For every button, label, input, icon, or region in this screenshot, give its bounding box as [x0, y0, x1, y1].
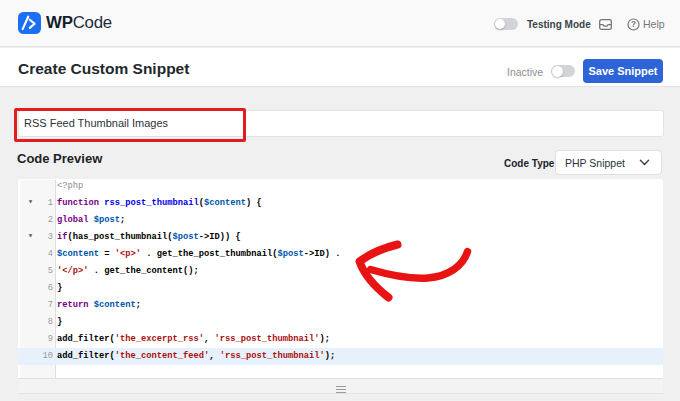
svg-text:?: ?	[631, 20, 636, 29]
